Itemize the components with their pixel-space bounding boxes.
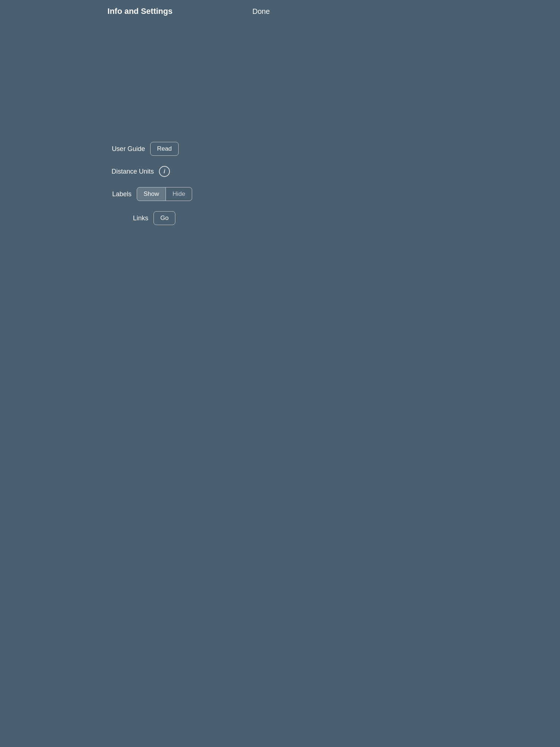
app-header: Info and Settings Done [0,0,280,23]
read-button[interactable]: Read [150,142,179,156]
page-title: Info and Settings [108,7,172,16]
done-button[interactable]: Done [252,7,270,16]
user-guide-label: User Guide [101,145,145,153]
labels-show-button[interactable]: Show [137,187,166,201]
labels-segmented-control: Show Hide [137,187,192,201]
settings-section: User Guide Read Distance Units i Labels … [88,142,192,225]
labels-row: Labels Show Hide [88,187,192,201]
distance-units-label: Distance Units [110,168,154,175]
go-button[interactable]: Go [153,211,176,225]
links-row: Links Go [105,211,176,225]
user-guide-row: User Guide Read [101,142,179,156]
info-icon[interactable]: i [159,166,170,177]
labels-label: Labels [88,190,132,198]
distance-units-row: Distance Units i [110,166,170,177]
labels-hide-button[interactable]: Hide [166,187,192,201]
main-content: User Guide Read Distance Units i Labels … [0,23,280,374]
links-label: Links [105,214,148,222]
